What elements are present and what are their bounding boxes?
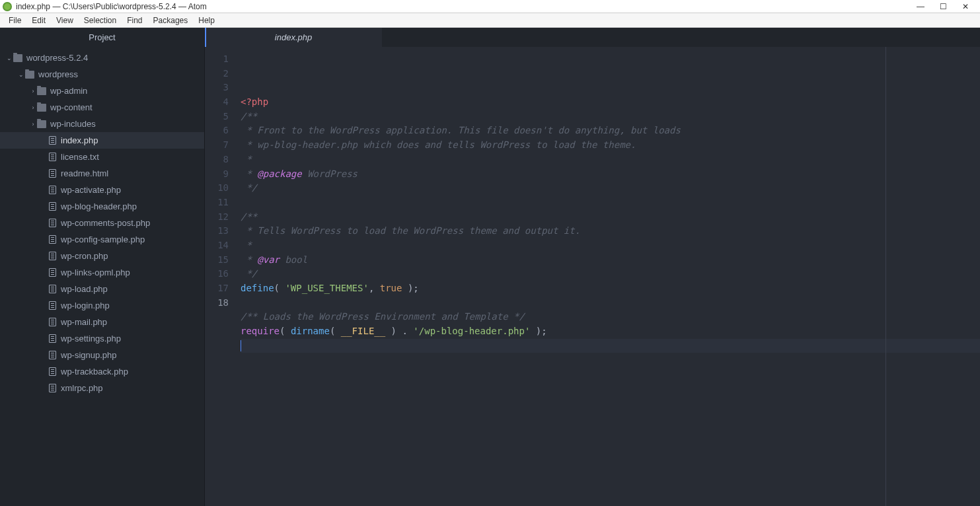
tree-file-wp-login-php[interactable]: wp-login.php	[0, 297, 204, 314]
line-number: 12	[205, 210, 229, 225]
tree-file-license-txt[interactable]: license.txt	[0, 149, 204, 165]
file-icon	[49, 351, 56, 359]
cursor	[241, 340, 241, 351]
line-number: 2	[205, 67, 229, 81]
menu-edit[interactable]: Edit	[27, 15, 50, 26]
line-number: 1	[205, 52, 229, 67]
wrap-guide	[886, 47, 886, 506]
tree-file-wp-signup-php[interactable]: wp-signup.php	[0, 347, 204, 363]
tree-folder-wp-includes[interactable]: ›wp-includes	[0, 116, 204, 132]
tree-file-wp-cron-php[interactable]: wp-cron.php	[0, 248, 204, 264]
file-icon	[49, 285, 56, 293]
code-line: require( dirname( __FILE__ ) . '/wp-blog…	[241, 324, 980, 339]
menu-find[interactable]: Find	[122, 15, 147, 26]
file-icon	[49, 136, 56, 145]
tree-item-label: wp-cron.php	[61, 251, 108, 261]
tree-folder-wordpress-5-2-4[interactable]: ⌄wordpress-5.2.4	[0, 50, 204, 66]
menu-file[interactable]: File	[4, 15, 26, 26]
tree-file-index-php[interactable]: index.php	[0, 132, 204, 149]
tree-item-label: wp-config-sample.php	[61, 235, 145, 244]
tab-index-php[interactable]: index.php	[205, 28, 382, 47]
tree-item-label: wp-login.php	[61, 301, 110, 310]
tree-folder-wp-admin[interactable]: ›wp-admin	[0, 83, 204, 99]
maximize-button[interactable]: ☐	[938, 2, 948, 11]
line-number: 6	[205, 124, 229, 138]
tree-file-wp-activate-php[interactable]: wp-activate.php	[0, 182, 204, 198]
folder-icon	[37, 104, 46, 112]
code-line: */	[241, 181, 980, 196]
tree-file-wp-trackback-php[interactable]: wp-trackback.php	[0, 363, 204, 380]
sidebar-title: Project	[0, 28, 204, 47]
tree-file-wp-comments-post-php[interactable]: wp-comments-post.php	[0, 215, 204, 231]
code-line: define( 'WP_USE_THEMES', true );	[241, 281, 980, 296]
file-tree[interactable]: ⌄wordpress-5.2.4⌄wordpress›wp-admin›wp-c…	[0, 47, 204, 506]
close-button[interactable]: ✕	[960, 2, 971, 11]
line-number: 7	[205, 138, 229, 153]
tab-bar: index.php	[205, 28, 980, 47]
file-icon	[49, 384, 56, 392]
folder-icon	[13, 54, 22, 62]
code-line: *	[241, 238, 980, 253]
app-icon	[3, 2, 12, 11]
code-line: * Tells WordPress to load the WordPress …	[241, 224, 980, 238]
line-number: 5	[205, 110, 229, 124]
tree-file-wp-links-opml-php[interactable]: wp-links-opml.php	[0, 264, 204, 281]
line-number: 14	[205, 238, 229, 253]
tree-item-label: wordpress	[38, 69, 78, 79]
code-line	[241, 196, 980, 210]
menu-selection[interactable]: Selection	[79, 15, 121, 26]
tree-folder-wordpress[interactable]: ⌄wordpress	[0, 66, 204, 83]
line-number: 3	[205, 81, 229, 95]
tree-item-label: wp-admin	[50, 86, 87, 96]
line-number: 13	[205, 224, 229, 238]
tree-folder-wp-content[interactable]: ›wp-content	[0, 99, 204, 116]
code-line: *	[241, 153, 980, 167]
code-line: * @package WordPress	[241, 167, 980, 182]
menu-packages[interactable]: Packages	[149, 15, 193, 26]
folder-icon	[25, 71, 34, 79]
code-line: */	[241, 267, 980, 281]
file-icon	[49, 219, 56, 227]
tree-item-label: readme.html	[61, 168, 108, 178]
window-controls: — ☐ ✕	[915, 2, 977, 11]
tree-item-label: index.php	[61, 135, 98, 145]
menu-help[interactable]: Help	[194, 15, 219, 26]
tree-item-label: wp-content	[50, 102, 93, 112]
code-line: /**	[241, 210, 980, 225]
tab-label: index.php	[275, 32, 312, 42]
tree-item-label: wp-activate.php	[61, 185, 121, 195]
line-number: 10	[205, 181, 229, 196]
project-sidebar: Project ⌄wordpress-5.2.4⌄wordpress›wp-ad…	[0, 28, 205, 506]
line-number: 4	[205, 95, 229, 110]
code-area[interactable]: <?php/** * Front to the WordPress applic…	[234, 47, 980, 506]
line-number: 17	[205, 281, 229, 296]
tree-file-wp-settings-php[interactable]: wp-settings.php	[0, 330, 204, 347]
tree-item-label: wp-links-opml.php	[61, 268, 130, 277]
tree-file-wp-config-sample-php[interactable]: wp-config-sample.php	[0, 231, 204, 248]
file-icon	[49, 153, 56, 161]
text-editor[interactable]: 123456789101112131415161718 <?php/** * F…	[205, 47, 980, 506]
tree-file-readme-html[interactable]: readme.html	[0, 165, 204, 182]
tree-item-label: wp-blog-header.php	[61, 201, 137, 211]
tree-item-label: wp-load.php	[61, 284, 108, 294]
window-title: index.php — C:\Users\Public\wordpress-5.…	[16, 2, 915, 11]
chevron-icon: ›	[29, 104, 37, 111]
menu-bar: FileEditViewSelectionFindPackagesHelp	[0, 13, 980, 28]
menu-view[interactable]: View	[52, 15, 78, 26]
tree-file-wp-mail-php[interactable]: wp-mail.php	[0, 314, 204, 330]
workspace: Project ⌄wordpress-5.2.4⌄wordpress›wp-ad…	[0, 28, 980, 506]
file-icon	[49, 301, 56, 310]
chevron-icon: ›	[29, 121, 37, 127]
file-icon	[49, 367, 56, 376]
line-number: 16	[205, 267, 229, 281]
tree-file-wp-load-php[interactable]: wp-load.php	[0, 281, 204, 297]
tree-file-wp-blog-header-php[interactable]: wp-blog-header.php	[0, 198, 204, 215]
editor-pane: index.php 123456789101112131415161718 <?…	[205, 28, 980, 506]
minimize-button[interactable]: —	[915, 2, 926, 11]
tree-item-label: wp-trackback.php	[61, 367, 128, 377]
file-icon	[49, 202, 56, 211]
tree-file-xmlrpc-php[interactable]: xmlrpc.php	[0, 380, 204, 396]
code-line: /**	[241, 110, 980, 124]
code-line	[241, 339, 980, 353]
line-number: 18	[205, 296, 229, 310]
